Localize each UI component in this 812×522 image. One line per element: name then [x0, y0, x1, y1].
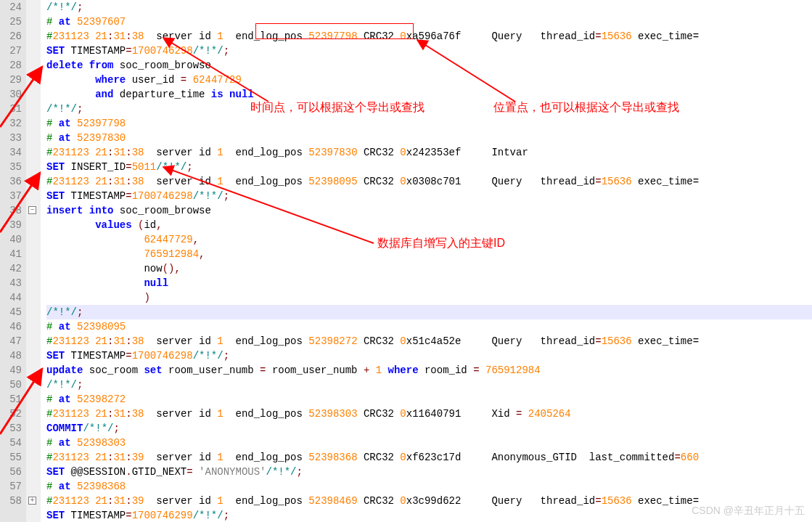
line-number: 44: [0, 290, 22, 305]
line-number: 28: [0, 58, 22, 73]
line-number: 36: [0, 174, 22, 189]
line-number: 24: [0, 0, 22, 15]
code-line[interactable]: SET INSERT_ID=5011/*!*/;: [46, 160, 812, 174]
code-area[interactable]: /*!*/;# at 52397607#231123 21:31:38 serv…: [41, 0, 812, 522]
code-line[interactable]: #231123 21:31:38 server id 1 end_log_pos…: [46, 334, 812, 348]
code-line[interactable]: null: [46, 276, 812, 290]
line-number: 26: [0, 29, 22, 44]
line-number: 47: [0, 334, 22, 348]
line-number: 42: [0, 261, 22, 276]
fold-toggle[interactable]: −: [28, 206, 36, 214]
code-line[interactable]: ): [46, 290, 812, 305]
code-line[interactable]: SET TIMESTAMP=1700746298/*!*/;: [46, 189, 812, 203]
line-number: 50: [0, 378, 22, 392]
code-line[interactable]: now(),: [46, 261, 812, 276]
line-number: 31: [0, 102, 22, 116]
code-line[interactable]: /*!*/;: [46, 305, 812, 319]
line-number: 48: [0, 348, 22, 363]
line-number: 33: [0, 131, 22, 145]
code-line[interactable]: /*!*/;: [46, 102, 812, 116]
line-number: 54: [0, 436, 22, 450]
code-line[interactable]: # at 52398095: [46, 319, 812, 334]
code-line[interactable]: COMMIT/*!*/;: [46, 421, 812, 436]
code-line[interactable]: update soc_room set room_user_numb = roo…: [46, 363, 812, 378]
line-number: 29: [0, 73, 22, 87]
line-number: 45: [0, 305, 22, 319]
code-editor: 2425262728293031323334353637383940414243…: [0, 0, 812, 522]
code-line[interactable]: SET @@SESSION.GTID_NEXT= 'ANONYMOUS'/*!*…: [46, 465, 812, 479]
line-number: 43: [0, 276, 22, 290]
code-line[interactable]: and departure_time is null: [46, 87, 812, 102]
code-line[interactable]: #231123 21:31:39 server id 1 end_log_pos…: [46, 450, 812, 465]
code-line[interactable]: values (id,: [46, 218, 812, 232]
code-line[interactable]: # at 52397607: [46, 15, 812, 29]
fold-toggle[interactable]: +: [28, 497, 36, 505]
line-number: 46: [0, 319, 22, 334]
line-number: 49: [0, 363, 22, 378]
line-number: 27: [0, 44, 22, 58]
line-number: 51: [0, 392, 22, 407]
line-number: 34: [0, 145, 22, 160]
line-number: 58: [0, 494, 22, 508]
code-line[interactable]: /*!*/;: [46, 378, 812, 392]
line-number: 38: [0, 203, 22, 218]
line-number: 39: [0, 218, 22, 232]
watermark: CSDN @辛丑年正月十五: [692, 505, 805, 518]
line-number: 25: [0, 15, 22, 29]
code-line[interactable]: # at 52398303: [46, 436, 812, 450]
line-number: 35: [0, 160, 22, 174]
code-line[interactable]: where user_id = 62447729: [46, 73, 812, 87]
code-line[interactable]: #231123 21:31:38 server id 1 end_log_pos…: [46, 407, 812, 421]
code-line[interactable]: # at 52398272: [46, 392, 812, 407]
fold-column: −+: [26, 0, 41, 522]
code-line[interactable]: # at 52397798: [46, 116, 812, 131]
line-number: 40: [0, 232, 22, 247]
code-line[interactable]: delete from soc_room_browse: [46, 58, 812, 73]
line-number: 57: [0, 479, 22, 494]
line-number: 55: [0, 450, 22, 465]
code-line[interactable]: insert into soc_room_browse: [46, 203, 812, 218]
code-line[interactable]: # at 52398368: [46, 479, 812, 494]
code-line[interactable]: 765912984,: [46, 247, 812, 261]
line-number: 41: [0, 247, 22, 261]
code-line[interactable]: #231123 21:31:38 server id 1 end_log_pos…: [46, 145, 812, 160]
line-number: 37: [0, 189, 22, 203]
code-line[interactable]: #231123 21:31:38 server id 1 end_log_pos…: [46, 174, 812, 189]
code-line[interactable]: SET TIMESTAMP=1700746298/*!*/;: [46, 348, 812, 363]
line-number: 32: [0, 116, 22, 131]
code-line[interactable]: # at 52397830: [46, 131, 812, 145]
code-line[interactable]: /*!*/;: [46, 0, 812, 15]
line-number-gutter: 2425262728293031323334353637383940414243…: [0, 0, 26, 522]
line-number: 56: [0, 465, 22, 479]
code-line[interactable]: 62447729,: [46, 232, 812, 247]
code-line[interactable]: #231123 21:31:38 server id 1 end_log_pos…: [46, 29, 812, 44]
code-line[interactable]: SET TIMESTAMP=1700746298/*!*/;: [46, 44, 812, 58]
line-number: 52: [0, 407, 22, 421]
line-number: 30: [0, 87, 22, 102]
line-number: 53: [0, 421, 22, 436]
